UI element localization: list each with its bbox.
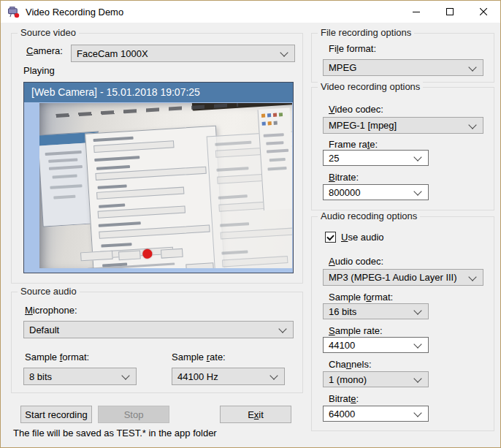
mock-detail [266,141,283,145]
audio-bitrate-combobox-value: 64000 [329,409,355,419]
chevron-down-icon [269,371,278,379]
audio-sample-rate-combobox-value: 44100 [329,340,355,351]
mock-detail [274,121,278,125]
close-icon [480,8,487,15]
mock-detail [99,204,125,208]
sample-rate-label: Sample rate: [172,352,226,362]
video-bitrate-combobox[interactable]: 800000 [323,184,429,200]
audio-sample-rate-label: Sample rate: [329,325,383,336]
audio-sample-rate-combobox[interactable]: 44100 [323,337,429,353]
mock-detail [53,174,77,178]
app-icon[interactable] [7,6,20,18]
file-format-label: File format: [329,43,376,54]
file-format-combobox-value: MPEG [329,62,356,73]
start-recording-button[interactable]: Start recording [20,406,92,423]
stop-button[interactable]: Stop [98,406,169,423]
use-audio-checkbox-row[interactable]: Use audio [325,232,384,243]
minimize-button[interactable] [399,1,433,23]
chevron-down-icon [413,374,421,382]
playing-label: Playing [23,65,55,76]
audio-sample-format-label: Sample format: [329,292,393,303]
chevron-down-icon [280,48,288,56]
caption-buttons [399,1,500,23]
channels-combobox-value: 1 (mono) [329,374,367,385]
file-recording-options-group-label: File recording options [318,27,414,39]
mock-detail [220,222,249,227]
file-recording-options-group: File recording options File format: MPEG [311,33,494,83]
webcam-photo-scene [39,103,292,268]
video-preview-title: [Web Camera] - 15.01.2018 19:07:25 [31,86,200,98]
video-bitrate-combobox-value: 800000 [329,187,360,198]
source-video-group: Source video Camera: FaceCam 1000X Playi… [11,33,303,284]
mock-detail [53,195,75,200]
mock-detail [261,114,265,118]
mock-detail [279,113,283,116]
mock-detail [98,206,186,219]
mock-detail [262,121,280,132]
webcam-photo [39,103,292,268]
video-preview: [Web Camera] - 15.01.2018 19:07:25 [23,82,294,273]
close-button[interactable] [467,1,500,23]
mock-detail [186,262,214,268]
frame-rate-combobox[interactable]: 25 [323,150,429,166]
frame-rate-label: Frame rate: [329,139,378,150]
app-window: Video Recording Demo Source video Camera… [0,0,501,448]
mock-detail [269,158,286,162]
mock-detail [222,256,288,267]
mock-detail [221,250,248,254]
source-video-group-label: Source video [18,27,79,39]
sample-rate-combobox[interactable]: 44100 Hz [172,368,285,385]
use-audio-checkbox[interactable] [325,232,336,243]
audio-sample-format-combobox-value: 16 bits [329,306,356,317]
exit-button[interactable]: Exit [220,406,291,423]
exit-button-label: Exit [248,409,264,420]
chevron-down-icon [468,121,476,129]
mock-detail [215,141,251,146]
camera-label: Camera: [26,45,63,56]
video-codec-combobox[interactable]: MPEG-1 [mpeg] [323,117,483,134]
chevron-down-icon [413,340,421,348]
camera-combobox[interactable]: FaceCam 1000X [71,45,295,62]
mock-detail [99,221,141,227]
start-recording-button-label: Start recording [25,409,87,420]
chevron-down-icon [121,371,129,379]
mock-detail [267,167,286,171]
source-audio-group: Source audio Microphone: Default Sample … [11,292,303,393]
mock-detail [50,184,82,189]
maximize-icon [446,8,454,15]
microphone-combobox-value: Default [29,324,59,335]
mock-menu-bar [56,103,238,118]
microphone-combobox[interactable]: Default [23,321,294,338]
mock-detail [268,121,272,125]
window-title: Video Recording Demo [26,7,123,18]
audio-recoding-options-group: Audio recoding options Use audio Audio c… [311,216,494,431]
video-codec-label: Video codec: [329,104,383,115]
chevron-down-icon [413,409,421,417]
mock-detail [93,140,174,153]
channels-combobox[interactable]: 1 (mono) [323,371,429,387]
chevron-down-icon [278,324,286,333]
audio-codec-label: Audio codec: [329,256,383,267]
source-audio-group-label: Source audio [18,286,80,297]
mock-detail [48,158,77,162]
mock-detail [99,225,210,239]
sample-rate-combobox-value: 44100 Hz [177,371,218,382]
mock-detail [161,248,183,259]
mock-detail [96,165,130,170]
mock-detail [216,167,248,172]
file-format-combobox[interactable]: MPEG [323,59,483,76]
audio-codec-combobox[interactable]: MP3 (MPEG-1 Audio Layer III) [323,269,483,286]
audio-bitrate-label: Bitrate: [329,393,359,404]
mock-detail [101,243,131,248]
audio-sample-format-combobox[interactable]: 16 bits [323,303,429,319]
sample-format-combobox[interactable]: 8 bits [23,368,137,385]
maximize-button[interactable] [433,1,467,23]
mock-detail [118,250,141,260]
mock-detail [267,113,271,117]
mock-detail [264,133,284,137]
audio-bitrate-combobox[interactable]: 64000 [323,406,429,422]
mock-detail [94,156,139,162]
mock-detail [267,149,288,153]
video-recording-options-group: Video recording options Video codec: MPE… [311,87,494,210]
audio-recoding-options-group-label: Audio recoding options [318,210,420,222]
